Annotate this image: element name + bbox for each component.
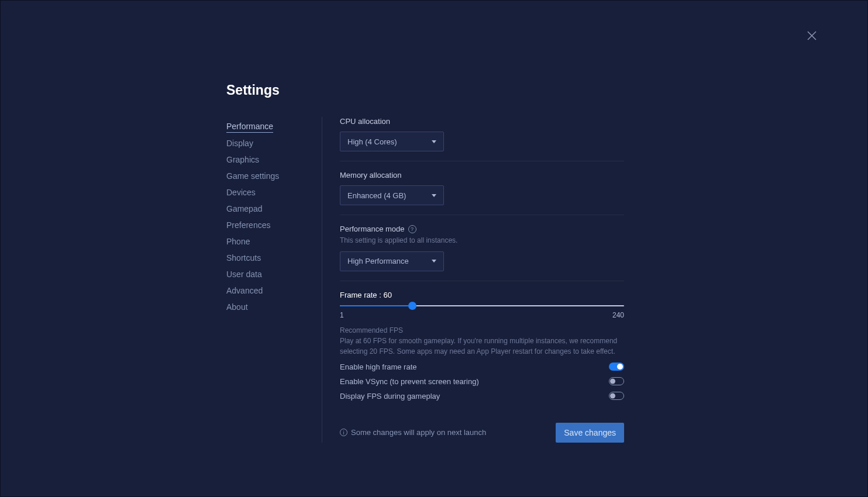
toggle-label: Enable high frame rate [340, 363, 417, 371]
sidebar-item-shortcuts[interactable]: Shortcuts [226, 250, 322, 266]
slider-fill [340, 305, 412, 306]
footer-notice: Some changes will apply on next launch [351, 428, 486, 437]
cpu-label: CPU allocation [340, 117, 624, 126]
sidebar-item-phone[interactable]: Phone [226, 233, 322, 250]
toggle-row: Enable VSync (to prevent screen tearing) [340, 377, 624, 386]
recommended-fps-text: Play at 60 FPS for smooth gameplay. If y… [340, 336, 624, 357]
cpu-section: CPU allocation High (4 Cores) [340, 117, 624, 161]
cpu-select[interactable]: High (4 Cores) [340, 132, 444, 151]
sidebar-item-user-data[interactable]: User data [226, 266, 322, 282]
slider-knob[interactable] [408, 302, 416, 310]
memory-select-value: Enhanced (4 GB) [347, 191, 406, 200]
settings-sidebar: PerformanceDisplayGraphicsGame settingsD… [226, 117, 322, 443]
sidebar-item-gamepad[interactable]: Gamepad [226, 201, 322, 217]
perf-mode-select[interactable]: High Performance [340, 251, 444, 271]
close-icon[interactable] [806, 30, 818, 42]
sidebar-item-performance[interactable]: Performance [226, 118, 273, 133]
frame-rate-slider[interactable] [340, 305, 624, 306]
settings-main: CPU allocation High (4 Cores) Memory all… [322, 117, 624, 443]
sidebar-item-advanced[interactable]: Advanced [226, 282, 322, 299]
chevron-down-icon [432, 260, 436, 263]
toggle-switch[interactable] [609, 392, 624, 400]
save-button[interactable]: Save changes [556, 423, 624, 443]
perf-mode-select-value: High Performance [347, 257, 409, 265]
chevron-down-icon [432, 140, 436, 143]
sidebar-item-devices[interactable]: Devices [226, 184, 322, 201]
toggle-switch[interactable] [609, 363, 624, 371]
perf-mode-section: Performance mode ? This setting is appli… [340, 225, 624, 281]
frame-rate-label: Frame rate : 60 [340, 291, 624, 299]
toggle-label: Enable VSync (to prevent screen tearing) [340, 377, 479, 386]
toggle-row: Enable high frame rate [340, 363, 624, 371]
sidebar-item-game-settings[interactable]: Game settings [226, 168, 322, 184]
toggle-label: Display FPS during gameplay [340, 392, 440, 401]
sidebar-item-graphics[interactable]: Graphics [226, 151, 322, 168]
memory-select[interactable]: Enhanced (4 GB) [340, 185, 444, 205]
help-icon[interactable]: ? [408, 225, 416, 233]
sidebar-item-about[interactable]: About [226, 299, 322, 315]
perf-mode-subtext: This setting is applied to all instances… [340, 236, 624, 246]
page-title: Settings [226, 82, 624, 98]
slider-min: 1 [340, 311, 344, 319]
info-icon: i [340, 429, 347, 436]
recommended-fps-title: Recommended FPS [340, 326, 624, 334]
toggle-row: Display FPS during gameplay [340, 392, 624, 401]
chevron-down-icon [432, 194, 436, 197]
memory-section: Memory allocation Enhanced (4 GB) [340, 171, 624, 215]
perf-mode-label: Performance mode [340, 225, 405, 233]
slider-max: 240 [612, 311, 624, 319]
toggle-switch[interactable] [609, 377, 624, 385]
cpu-select-value: High (4 Cores) [347, 137, 397, 146]
memory-label: Memory allocation [340, 171, 624, 180]
sidebar-item-display[interactable]: Display [226, 135, 322, 151]
frame-rate-section: Frame rate : 60 1 240 Recommended FPS Pl… [340, 291, 624, 401]
sidebar-item-preferences[interactable]: Preferences [226, 217, 322, 233]
